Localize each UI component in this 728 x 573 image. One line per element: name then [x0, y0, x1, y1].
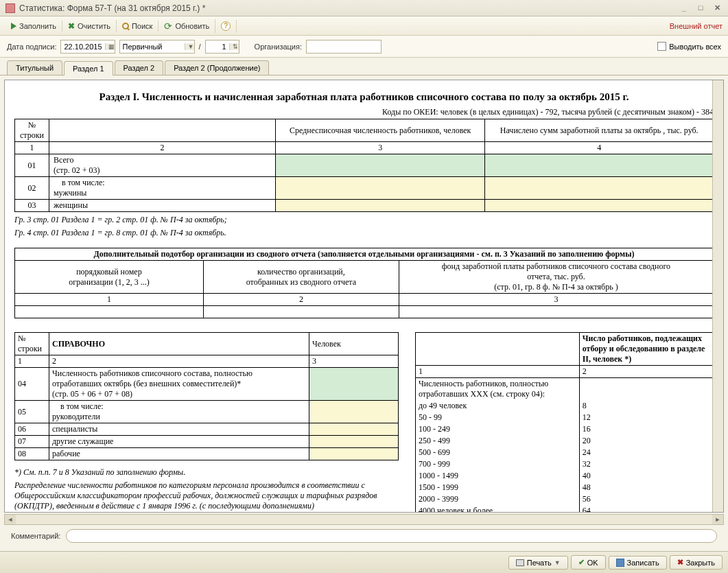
table-row: 1000 - 149940 — [416, 470, 714, 482]
table-row: 4000 человек и более64 — [416, 505, 714, 513]
table-row: 05 в том числе:руководители — [15, 401, 399, 423]
refresh-label: Обновить — [175, 22, 209, 30]
help-icon: ? — [221, 21, 231, 31]
number-input[interactable]: 1⇅ — [205, 40, 239, 54]
scroll-left-icon[interactable]: ◄ — [5, 515, 16, 524]
input-cell[interactable] — [309, 368, 399, 401]
comment-label: Комментарий: — [11, 532, 60, 540]
footer: Печать▼ ✔OK Записать ✖Закрыть — [0, 551, 728, 573]
type-select[interactable]: Первичный▼ — [119, 40, 195, 54]
ok-button[interactable]: ✔OK — [571, 555, 606, 570]
table-row: 03 женщины — [15, 200, 714, 212]
tab-section1[interactable]: Раздел 1 — [64, 61, 113, 75]
col-salary: Начислено сумм заработной платы за октяб… — [485, 119, 714, 142]
colnum-3: 3 — [276, 142, 485, 154]
input-cell[interactable] — [276, 177, 485, 200]
date-label: Дата подписи: — [7, 43, 56, 51]
note-text: Гр. 3 стр. 01 Раздела 1 = гр. 2 стр. 01 … — [14, 215, 714, 225]
search-icon — [122, 23, 129, 30]
table-reference: № строки СПРАВОЧНО Человек 1 2 3 04 Числ… — [14, 332, 399, 460]
input-cell[interactable] — [309, 401, 399, 423]
chevron-down-icon: ▼ — [554, 559, 561, 566]
app-icon — [5, 3, 15, 13]
date-value: 22.10.2015 — [61, 43, 104, 51]
refresh-icon: ⟳ — [164, 21, 172, 32]
input-cell[interactable] — [485, 154, 714, 177]
subselect-title: Дополнительный подотбор организации из с… — [15, 248, 714, 261]
input-cell[interactable] — [276, 200, 485, 212]
table-row: 100 - 24916 — [416, 423, 714, 435]
colnum-4: 4 — [485, 142, 714, 154]
close-icon: ✖ — [677, 558, 683, 567]
filter-bar: Дата подписи: 22.10.2015▦ Первичный▼ / 1… — [0, 36, 728, 58]
date-input[interactable]: 22.10.2015▦ — [60, 40, 115, 54]
num-value: 1 — [206, 43, 229, 51]
toolbar: Заполнить ✖Очистить Поиск ⟳Обновить ? Вн… — [0, 16, 728, 36]
note-text: Гр. 4 стр. 01 Раздела 1 = гр. 8 стр. 01 … — [14, 228, 714, 238]
play-icon — [11, 23, 16, 30]
tab-title[interactable]: Титульный — [7, 60, 62, 75]
disk-icon — [616, 559, 624, 567]
minimize-button[interactable]: _ — [679, 3, 690, 13]
input-cell[interactable] — [399, 306, 713, 318]
print-button[interactable]: Печать▼ — [508, 556, 568, 570]
comment-input[interactable] — [66, 529, 717, 543]
clear-icon: ✖ — [68, 21, 75, 31]
checkbox-icon — [657, 42, 666, 51]
codes-line: Коды по ОКЕИ: человек (в целых единицах)… — [14, 107, 714, 117]
close-button[interactable]: ✕ — [712, 3, 723, 13]
scroll-right-icon[interactable]: ► — [712, 515, 723, 524]
table-sampling: Число работников, подлежащих отбору и об… — [415, 332, 714, 513]
show-all-checkbox[interactable]: Выводить всех — [657, 42, 721, 51]
table-row: 2000 - 399956 — [416, 493, 714, 505]
col-row-num: № строки — [15, 119, 49, 142]
input-cell[interactable] — [15, 306, 204, 318]
table-row: 07другие служащие — [15, 436, 399, 448]
tab-section2-cont[interactable]: Раздел 2 (Продолжение) — [165, 60, 269, 75]
titlebar: Статистика: Форма 57-Т (на 31 октября 20… — [0, 0, 728, 16]
search-button[interactable]: Поиск — [117, 21, 158, 32]
refresh-button[interactable]: ⟳Обновить — [158, 19, 215, 33]
org-label: Организация: — [255, 43, 302, 51]
clear-label: Очистить — [78, 22, 110, 30]
table-main: № строки Среднесписочная численность раб… — [14, 119, 714, 212]
horizontal-scrollbar[interactable]: ◄ ► — [4, 514, 724, 525]
input-cell[interactable] — [276, 154, 485, 177]
tab-section2[interactable]: Раздел 2 — [115, 60, 164, 75]
external-report-label: Внешний отчет — [670, 22, 723, 30]
table-row: 02 в том числе:мужчины — [15, 177, 714, 200]
fill-button[interactable]: Заполнить — [5, 21, 62, 32]
date-picker-icon[interactable]: ▦ — [105, 43, 115, 50]
table-subselect: Дополнительный подотбор организации из с… — [14, 248, 714, 318]
close-button[interactable]: ✖Закрыть — [670, 555, 723, 570]
type-value: Первичный — [120, 43, 185, 51]
printer-icon — [516, 559, 524, 566]
input-cell[interactable] — [485, 200, 714, 212]
table-row: 1500 - 199948 — [416, 482, 714, 493]
maximize-button[interactable]: □ — [695, 3, 706, 13]
window-title: Статистика: Форма 57-Т (на 31 октября 20… — [19, 3, 679, 13]
vertical-scrollbar[interactable] — [712, 80, 723, 512]
table-row: 06специалисты — [15, 423, 399, 436]
fill-label: Заполнить — [19, 22, 56, 30]
input-cell[interactable] — [203, 306, 399, 318]
input-cell[interactable] — [485, 177, 714, 200]
search-label: Поиск — [132, 22, 152, 30]
input-cell[interactable] — [309, 423, 399, 436]
table-row: 250 - 49920 — [416, 435, 714, 447]
slash-label: / — [199, 43, 201, 51]
stepper-icon[interactable]: ⇅ — [229, 43, 239, 50]
section-title: Раздел I. Численность и начисленная зара… — [14, 91, 714, 103]
input-cell[interactable] — [309, 436, 399, 448]
org-input[interactable] — [306, 40, 381, 54]
clear-button[interactable]: ✖Очистить — [62, 20, 117, 32]
save-button[interactable]: Записать — [609, 556, 667, 570]
help-button[interactable]: ? — [215, 20, 237, 32]
table-row: 500 - 69924 — [416, 447, 714, 458]
col-headcount: Среднесписочная численность работников, … — [276, 119, 485, 142]
chevron-down-icon[interactable]: ▼ — [185, 43, 194, 50]
input-cell[interactable] — [309, 448, 399, 460]
colnum-2: 2 — [49, 142, 276, 154]
colnum-1: 1 — [15, 142, 49, 154]
table-row: до 49 человек8 — [416, 400, 714, 412]
